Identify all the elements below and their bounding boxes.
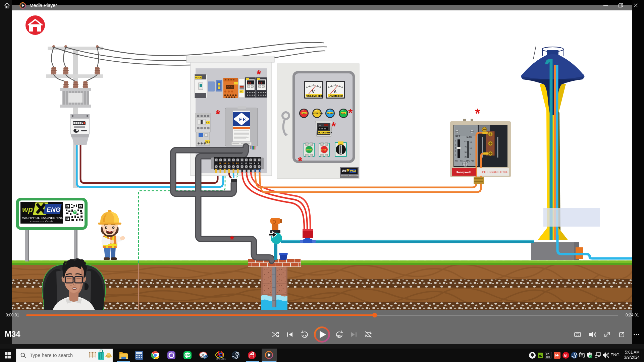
svg-text:R1: R1 <box>236 162 239 165</box>
svg-text:*: * <box>230 233 234 246</box>
svg-text:CARLSON: CARLSON <box>216 358 226 360</box>
svg-text:*: * <box>257 68 261 80</box>
svg-text:ช่างเจาะบาดาล มืออาชีพ: ช่างเจาะบาดาล มืออาชีพ <box>30 220 53 223</box>
svg-text:WP: WP <box>342 169 347 173</box>
svg-text:OFF: OFF <box>302 112 306 114</box>
svg-text:*: * <box>298 155 303 167</box>
svg-text:Honeywell: Honeywell <box>455 170 471 174</box>
svg-text:3: 3 <box>455 150 456 153</box>
svg-text:N: N <box>219 162 221 165</box>
svg-text:15: 15 <box>470 141 472 143</box>
svg-text:88: 88 <box>248 81 251 85</box>
svg-text:5: 5 <box>254 162 255 165</box>
svg-text:MCCB1: MCCB1 <box>195 77 203 79</box>
svg-text:6: 6 <box>258 162 259 165</box>
svg-text:KG: KG <box>460 160 463 162</box>
svg-text:5: 5 <box>455 143 456 146</box>
svg-text:6: 6 <box>455 140 456 142</box>
svg-text:HOURMETER: HOURMETER <box>318 131 332 134</box>
svg-text:118: 118 <box>227 86 232 89</box>
svg-text:*: * <box>475 106 480 121</box>
svg-text:A: A <box>334 89 337 94</box>
svg-text:50: 50 <box>465 151 467 153</box>
svg-text:V: V <box>312 89 315 94</box>
svg-text:DIFF: DIFF <box>455 135 460 137</box>
svg-text:0: 0 <box>228 162 229 165</box>
svg-text:A!: A! <box>564 354 568 358</box>
svg-text:4: 4 <box>455 147 456 149</box>
svg-text:K1: K1 <box>206 121 209 124</box>
svg-text:ENG: ENG <box>350 170 357 173</box>
svg-text:1: 1 <box>215 162 217 165</box>
svg-text:25: 25 <box>465 156 467 158</box>
svg-text:START: START <box>306 149 312 151</box>
svg-text:PRESSURETROL: PRESSURETROL <box>482 170 508 174</box>
svg-text:8: 8 <box>241 162 243 165</box>
svg-text:10: 10 <box>249 162 252 165</box>
svg-text:*: * <box>216 108 220 120</box>
svg-text:pen: pen <box>546 356 550 358</box>
svg-text:OVERLOAD: OVERLOAD <box>313 112 323 114</box>
svg-text:ENG: ENG <box>47 206 60 213</box>
svg-text:PSI: PSI <box>471 160 474 162</box>
svg-text:wp: wp <box>22 205 33 214</box>
svg-text:F4: F4 <box>240 90 243 93</box>
svg-text:10: 10 <box>303 334 307 338</box>
svg-text:100: 100 <box>464 140 467 142</box>
svg-text:PSI: PSI <box>455 160 458 162</box>
svg-text:FE: FE <box>239 116 246 123</box>
svg-text:OL1: OL1 <box>205 141 210 144</box>
svg-text:AMMETER: AMMETER <box>329 95 343 98</box>
svg-text:XP: XP <box>546 353 549 356</box>
svg-text:75: 75 <box>465 146 467 148</box>
svg-text:13: 13 <box>245 162 247 165</box>
svg-text:30: 30 <box>337 334 341 338</box>
svg-text:*: * <box>331 120 336 132</box>
svg-text:888888: 888888 <box>319 128 326 130</box>
svg-text:LINE: LINE <box>185 354 191 356</box>
svg-text:10: 10 <box>470 147 472 149</box>
svg-text:WICHPHOL ENGINEERING: WICHPHOL ENGINEERING <box>22 216 64 220</box>
svg-text:WICHPHOL ENGINEERING: WICHPHOL ENGINEERING <box>341 175 360 177</box>
svg-text:RUN: RUN <box>341 112 345 114</box>
svg-text:2: 2 <box>455 154 456 156</box>
svg-text:*: * <box>348 106 353 119</box>
svg-text:VOLTMETER: VOLTMETER <box>306 95 323 98</box>
svg-text:MAIN: MAIN <box>467 136 472 138</box>
svg-text:ALARM: ALARM <box>327 112 334 114</box>
svg-text:STOP: STOP <box>321 149 326 151</box>
svg-text:5: 5 <box>470 153 471 155</box>
svg-text:31: 31 <box>223 162 226 165</box>
